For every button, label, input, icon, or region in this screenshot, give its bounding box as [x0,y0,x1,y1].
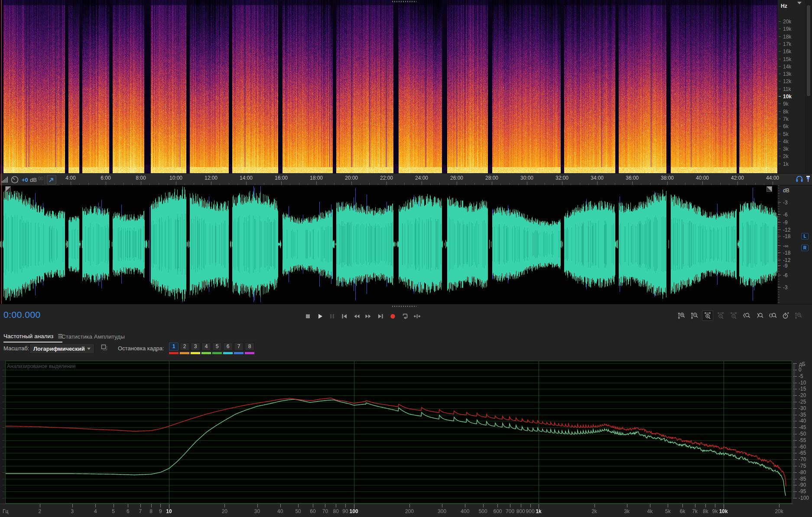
hold-color-bar-5 [212,352,222,354]
timeline-tick [755,183,756,185]
hold-button-5[interactable]: 5 [212,343,222,351]
transport-loop-button[interactable] [400,311,410,321]
hold-color-bar-6 [223,352,233,354]
frequency-scale-label: 19k [783,26,791,32]
pin-button[interactable] [805,175,812,184]
timeline-tick [729,184,729,185]
hold-button-8[interactable]: 8 [245,343,254,351]
skip-start-icon [341,313,348,320]
spectral-scrollbar[interactable] [805,0,812,173]
zoom-full-button[interactable] [793,310,804,321]
timeline-label: 44:00 [766,175,779,181]
channel-badge-left[interactable]: L [801,233,809,239]
transport-skip-end-button[interactable] [375,311,386,321]
frequency-axis-label: 5 [112,509,115,514]
transport-fast-forward-button[interactable] [363,311,374,321]
zoom-sel-left-button[interactable] [741,310,752,321]
time-display[interactable]: 0:00.000 [3,310,41,320]
timer-button[interactable] [780,310,791,321]
hold-button-7[interactable]: 7 [234,343,244,351]
timeline-tick [255,184,255,185]
snap-cursor-button[interactable] [47,175,56,184]
zoom-sel-left-icon [743,312,750,320]
timeline-tick [194,183,194,185]
zoom-reset-button[interactable] [728,310,739,321]
hold-button-2[interactable]: 2 [180,343,189,351]
frequency-tick [779,66,781,67]
waveform-canvas[interactable] [0,185,777,304]
db-axis-label: -10 [799,380,806,385]
timeline-tick [404,183,405,185]
transport-cti-arrows-button[interactable] [412,311,422,321]
frequency-axis-label: 2k [591,509,597,514]
copy-graph-button[interactable] [101,344,109,352]
transport-stop-button[interactable] [302,311,313,321]
timeline-tick [676,184,676,185]
waveform-corner-toggle-left[interactable] [5,186,11,192]
transport-pause-button[interactable] [327,311,337,321]
frequency-scale-label: 8k [783,109,789,114]
panel-menu-icon[interactable] [797,2,802,4]
tab-frequency-analysis[interactable]: Частотный анализ ☰ [3,330,62,343]
amplitude-scale-label: -6 [783,212,788,217]
hold-button-3[interactable]: 3 [191,343,200,351]
spectral-display[interactable] [0,0,777,173]
spectrogram-canvas[interactable] [0,0,777,173]
waveform-display[interactable] [0,185,777,304]
loop-icon [401,313,409,320]
frequency-axis-label: 9 [159,509,162,514]
tab-amplitude-statistics[interactable]: Статистика Амплитуды [62,330,125,343]
zoom-in-horizontal-button[interactable] [702,310,713,321]
zoom-out-vertical-button[interactable] [689,310,700,321]
transport-record-button[interactable] [387,311,398,321]
frequency-tick [779,126,781,126]
timeline-tick [141,181,141,185]
timeline-tick [439,183,440,185]
hold-button-1[interactable]: 1 [169,343,179,351]
db-axis-label: -20 [799,393,806,398]
levels-icon[interactable] [1,176,8,183]
zoom-in-vertical-button[interactable] [676,310,687,321]
frequency-scale-unit: Hz [781,3,787,9]
gain-knob-icon[interactable] [10,175,19,184]
frequency-tick [779,149,781,149]
frequency-plot-canvas[interactable] [0,361,812,517]
frequency-tick [779,44,781,44]
timeline-tick [351,181,352,185]
frequency-axis-label: 7k [692,509,698,514]
panel-drag-handle[interactable] [392,1,416,2]
timeline-tick [606,184,606,185]
frequency-scale-label: 7k [783,116,789,122]
frequency-axis-label: 30 [254,509,260,514]
waveform-corner-toggle-right[interactable] [767,186,772,192]
hold-button-6[interactable]: 6 [223,343,233,351]
timeline-label: 12:00 [205,175,218,181]
timeline-label: 22:00 [380,175,393,181]
gain-value[interactable]: +0 [22,177,28,183]
timeline-ruler[interactable]: 4:006:008:0010:0012:0014:0016:0018:0020:… [0,173,812,185]
playhead[interactable] [1,0,2,304]
timeline-tick [202,184,203,185]
transport-skip-start-button[interactable] [339,311,349,321]
transport-play-button[interactable] [315,311,325,321]
timeline-tick [474,183,475,185]
amplitude-scale-label: -9 [783,220,788,225]
frequency-tick [779,156,781,156]
frequency-axis-label: 7 [139,509,142,514]
zoom-selection-button[interactable] [767,310,778,321]
zoom-out-horizontal-button[interactable] [715,310,726,321]
hold-button-4[interactable]: 4 [201,343,211,351]
frequency-plot[interactable]: Анализированое выделение Гц2345678910203… [0,361,812,517]
scale-dropdown[interactable]: Логарифмический [29,343,94,354]
channel-badge-right[interactable]: R [801,245,809,251]
frequency-tick [779,119,781,119]
frequency-tick [779,29,781,29]
timeline-tick [334,183,335,185]
monitor-button[interactable] [796,175,804,184]
zoom-sel-right-button[interactable] [754,310,765,321]
timeline-tick [114,184,115,185]
transport-rewind-button[interactable] [351,311,361,321]
frequency-axis-label: 6 [127,509,130,514]
panel-drag-handle-2[interactable] [392,306,416,307]
timeline-tick [694,184,694,185]
